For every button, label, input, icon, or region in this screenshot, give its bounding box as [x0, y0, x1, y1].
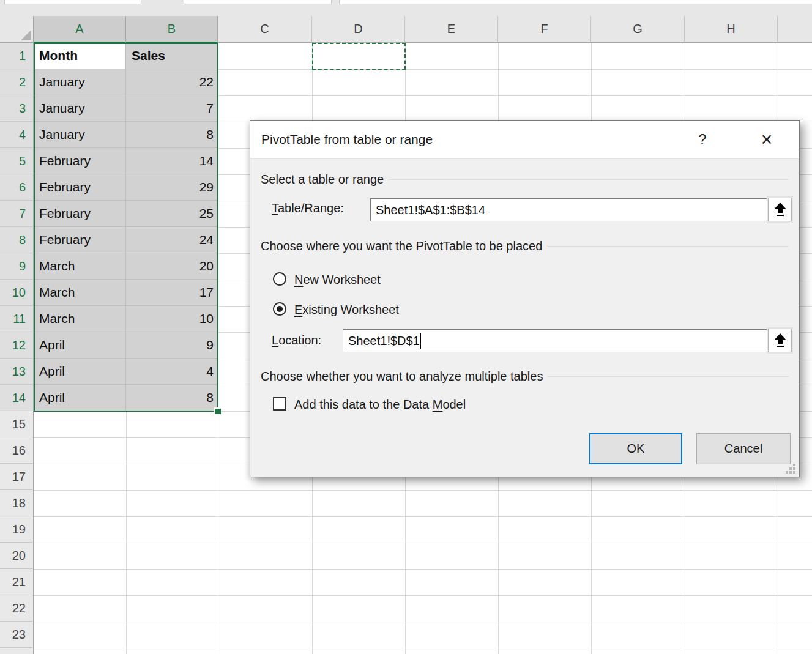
cell-B9[interactable]: 20: [126, 253, 218, 280]
gridline: [218, 43, 218, 654]
cell-B7[interactable]: 25: [126, 201, 218, 227]
select-all-corner[interactable]: [0, 16, 34, 43]
row-header-6[interactable]: 6: [0, 174, 34, 201]
cell-B14[interactable]: 8: [126, 385, 218, 411]
table-range-input[interactable]: Sheet1!$A$1:$B$14: [370, 198, 767, 221]
cell-A8[interactable]: February: [34, 227, 126, 253]
gridline: [34, 648, 812, 648]
location-collapse-button[interactable]: [768, 329, 792, 352]
cell-A3[interactable]: January: [34, 95, 126, 122]
row-header-5[interactable]: 5: [0, 148, 34, 174]
table-range-label: Table/Range:: [272, 201, 344, 215]
row-header-1[interactable]: 1: [0, 43, 34, 69]
cell-A14[interactable]: April: [34, 385, 126, 411]
section-multiple-tables-heading: Choose whether you want to analyze multi…: [261, 370, 789, 384]
fx-box-remnant[interactable]: [184, 0, 332, 4]
radio-existing-worksheet[interactable]: [273, 302, 286, 316]
dialog-title: PivotTable from table or range: [261, 121, 433, 158]
row-header-21[interactable]: 21: [0, 569, 34, 595]
cell-B1[interactable]: Sales: [126, 43, 218, 69]
cell-B6[interactable]: 29: [126, 174, 218, 201]
resize-grip-icon[interactable]: [786, 464, 795, 474]
gridline: [34, 569, 812, 570]
dialog-titlebar[interactable]: PivotTable from table or range ? ✕: [250, 121, 799, 159]
row-header-15[interactable]: 15: [0, 411, 34, 437]
row-header-18[interactable]: 18: [0, 490, 34, 516]
text-caret: [420, 333, 421, 349]
row-header-14[interactable]: 14: [0, 385, 34, 411]
row-header-9[interactable]: 9: [0, 253, 34, 280]
column-header-D[interactable]: D: [312, 16, 405, 43]
gridline: [34, 622, 812, 622]
cell-A1[interactable]: Month: [34, 43, 126, 69]
cancel-button[interactable]: Cancel: [696, 433, 791, 464]
formula-bar-strip: [0, 0, 812, 16]
location-label: Location:: [272, 333, 321, 347]
cell-B5[interactable]: 14: [126, 148, 218, 174]
data-model-label: Add this data to the Data Model: [294, 398, 466, 412]
fill-handle[interactable]: [215, 409, 221, 414]
row-header-22[interactable]: 22: [0, 595, 34, 622]
row-header-20[interactable]: 20: [0, 543, 34, 569]
radio-new-worksheet[interactable]: [273, 272, 286, 286]
gridline: [34, 490, 812, 491]
row-header-17[interactable]: 17: [0, 464, 34, 490]
cell-A2[interactable]: January: [34, 69, 126, 95]
cell-B3[interactable]: 7: [126, 95, 218, 122]
cell-A5[interactable]: February: [34, 148, 126, 174]
cell-B4[interactable]: 8: [126, 122, 218, 148]
row-header-3[interactable]: 3: [0, 95, 34, 122]
column-header-E[interactable]: E: [405, 16, 498, 43]
row-header-13[interactable]: 13: [0, 359, 34, 385]
ok-button[interactable]: OK: [589, 433, 682, 464]
cell-B13[interactable]: 4: [126, 359, 218, 385]
gridline: [34, 595, 812, 596]
close-icon[interactable]: ✕: [758, 121, 776, 158]
name-box-remnant[interactable]: [4, 0, 141, 4]
help-icon[interactable]: ?: [695, 121, 710, 158]
location-input[interactable]: Sheet1!$D$1: [343, 329, 767, 352]
cell-A11[interactable]: March: [34, 306, 126, 332]
cell-B11[interactable]: 10: [126, 306, 218, 332]
table-range-collapse-button[interactable]: [768, 198, 792, 221]
cell-A7[interactable]: February: [34, 201, 126, 227]
data-model-checkbox[interactable]: [273, 397, 286, 411]
cell-A12[interactable]: April: [34, 332, 126, 359]
column-header-partial[interactable]: [778, 16, 812, 43]
cell-B12[interactable]: 9: [126, 332, 218, 359]
row-header-12[interactable]: 12: [0, 332, 34, 359]
column-header-H[interactable]: H: [685, 16, 778, 43]
collapse-dialog-icon: [773, 203, 787, 217]
column-header-G[interactable]: G: [591, 16, 685, 43]
cell-B10[interactable]: 17: [126, 280, 218, 306]
row-header-2[interactable]: 2: [0, 69, 34, 95]
row-header-7[interactable]: 7: [0, 201, 34, 227]
row-header-8[interactable]: 8: [0, 227, 34, 253]
row-header-23[interactable]: 23: [0, 622, 34, 648]
cell-A9[interactable]: March: [34, 253, 126, 280]
pivottable-dialog: PivotTable from table or range ? ✕ Selec…: [250, 120, 800, 477]
row-header-16[interactable]: 16: [0, 437, 34, 464]
row-header-19[interactable]: 19: [0, 516, 34, 543]
column-header-B[interactable]: B: [126, 16, 218, 43]
cell-A10[interactable]: March: [34, 280, 126, 306]
column-header-C[interactable]: C: [218, 16, 312, 43]
formula-bar-remnant[interactable]: [339, 0, 812, 4]
cell-B2[interactable]: 22: [126, 69, 218, 95]
column-header-F[interactable]: F: [498, 16, 591, 43]
cell-A4[interactable]: January: [34, 122, 126, 148]
column-header-A[interactable]: A: [34, 16, 126, 43]
cell-A13[interactable]: April: [34, 359, 126, 385]
section-placement-heading: Choose where you want the PivotTable to …: [261, 239, 789, 253]
radio-new-worksheet-label: New Worksheet: [294, 273, 381, 287]
row-header-partial: [0, 648, 34, 654]
section-select-range-heading: Select a table or range: [261, 173, 789, 187]
gridline: [34, 516, 812, 517]
destination-cell-marching-ants: [312, 43, 406, 70]
row-header-4[interactable]: 4: [0, 122, 34, 148]
row-header-10[interactable]: 10: [0, 280, 34, 306]
row-header-11[interactable]: 11: [0, 306, 34, 332]
select-all-triangle-icon: [21, 30, 31, 40]
cell-A6[interactable]: February: [34, 174, 126, 201]
cell-B8[interactable]: 24: [126, 227, 218, 253]
